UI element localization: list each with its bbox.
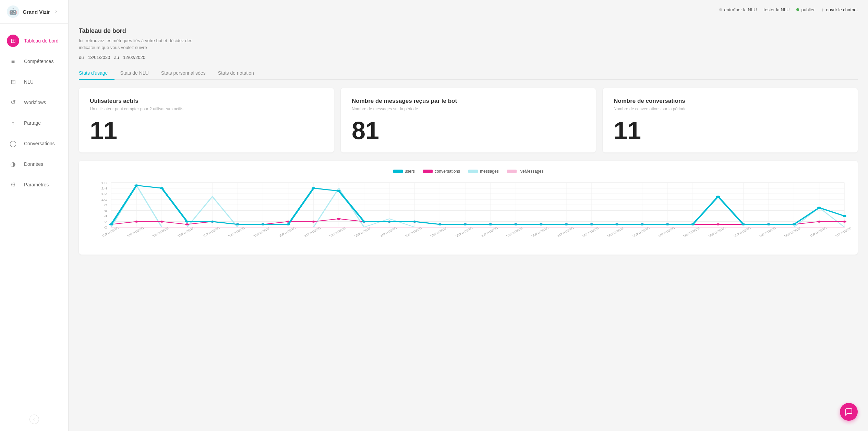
stat-card-messages-desc: Nombre de messages sur la période. bbox=[352, 107, 585, 111]
legend-messages-swatch bbox=[468, 170, 478, 173]
svg-text:14: 14 bbox=[101, 187, 108, 190]
svg-text:08/02/2020: 08/02/2020 bbox=[758, 227, 777, 237]
svg-text:16/01/2020: 16/01/2020 bbox=[177, 227, 196, 237]
chat-fab-icon bbox=[845, 408, 853, 416]
svg-point-88 bbox=[362, 221, 366, 223]
legend-conversations-label: conversations bbox=[435, 169, 460, 174]
svg-point-51 bbox=[185, 223, 189, 225]
svg-point-56 bbox=[312, 221, 315, 223]
tab-notation[interactable]: Stats de notation bbox=[218, 67, 261, 80]
page-header: Tableau de bord Ici, retrouvez les métri… bbox=[79, 10, 858, 60]
svg-text:18/01/2020: 18/01/2020 bbox=[227, 227, 246, 237]
sidebar-item-label-conversations: Conversations bbox=[24, 141, 55, 146]
svg-point-83 bbox=[236, 223, 240, 225]
svg-point-72 bbox=[716, 223, 720, 225]
svg-point-79 bbox=[135, 184, 138, 186]
svg-text:15/01/2020: 15/01/2020 bbox=[151, 227, 170, 237]
legend-conversations: conversations bbox=[423, 169, 460, 174]
chat-fab-button[interactable] bbox=[840, 403, 858, 421]
partage-icon: ↑ bbox=[7, 117, 19, 129]
svg-point-50 bbox=[160, 221, 164, 223]
svg-point-81 bbox=[185, 221, 189, 223]
chart-svg: 0246810121416 13/01/202014/01/202015/01/… bbox=[86, 179, 851, 248]
svg-point-100 bbox=[666, 223, 670, 225]
svg-point-49 bbox=[135, 221, 138, 223]
svg-text:26/01/2020: 26/01/2020 bbox=[429, 227, 448, 237]
sidebar-item-competences[interactable]: ≡ Compétences bbox=[0, 51, 68, 72]
svg-point-106 bbox=[817, 207, 821, 209]
svg-text:8: 8 bbox=[104, 204, 107, 207]
stats-tabs: Stats d'usage Stats de NLU Stats personn… bbox=[79, 67, 858, 80]
stat-card-conversations-title: Nombre de conversations bbox=[614, 98, 847, 104]
svg-text:10/02/2020: 10/02/2020 bbox=[809, 227, 828, 237]
svg-point-97 bbox=[590, 223, 593, 225]
stat-card-messages: Nombre de messages reçus par le bot Nomb… bbox=[341, 88, 596, 152]
sidebar-item-parametres[interactable]: ⚙ Paramètres bbox=[0, 174, 68, 195]
svg-text:14/01/2020: 14/01/2020 bbox=[126, 227, 145, 237]
svg-text:12: 12 bbox=[101, 192, 108, 196]
sidebar-item-partage[interactable]: ↑ Partage bbox=[0, 113, 68, 133]
svg-text:29/01/2020: 29/01/2020 bbox=[505, 227, 525, 237]
svg-text:6: 6 bbox=[104, 209, 107, 212]
svg-point-95 bbox=[539, 223, 543, 225]
svg-point-98 bbox=[615, 223, 619, 225]
svg-text:21/01/2020: 21/01/2020 bbox=[303, 227, 322, 237]
tab-usage[interactable]: Stats d'usage bbox=[79, 67, 114, 80]
tab-nlu[interactable]: Stats de NLU bbox=[120, 67, 155, 80]
svg-point-87 bbox=[337, 190, 341, 192]
sidebar-nav: ⊞ Tableau de bord ≡ Compétences ⊟ NLU ↺ … bbox=[0, 24, 68, 431]
stat-card-conversations-desc: Nombre de conversations sur la période. bbox=[614, 107, 847, 111]
sidebar-item-nlu[interactable]: ⊟ NLU bbox=[0, 72, 68, 92]
svg-text:10: 10 bbox=[101, 198, 108, 201]
svg-point-107 bbox=[843, 215, 846, 217]
stat-card-active-users: Utilisateurs actifs Un utilisateur peut … bbox=[79, 88, 334, 152]
sidebar-item-donnees[interactable]: ◑ Données bbox=[0, 154, 68, 174]
svg-text:30/01/2020: 30/01/2020 bbox=[530, 227, 550, 237]
svg-text:02/02/2020: 02/02/2020 bbox=[606, 227, 626, 237]
svg-point-77 bbox=[843, 221, 846, 223]
svg-point-86 bbox=[312, 187, 315, 189]
page-title: Tableau de bord bbox=[79, 27, 858, 35]
svg-text:13/01/2020: 13/01/2020 bbox=[100, 227, 120, 237]
chart-x-labels: 13/01/202014/01/202015/01/202016/01/2020… bbox=[100, 227, 851, 237]
tab-custom[interactable]: Stats personnalisées bbox=[161, 67, 213, 80]
stat-card-conversations: Nombre de conversations Nombre de conver… bbox=[603, 88, 858, 152]
legend-messages: messages bbox=[468, 169, 499, 174]
sidebar: 🤖 Grand Vizir > ⊞ Tableau de bord ≡ Comp… bbox=[0, 0, 69, 431]
svg-point-104 bbox=[767, 223, 771, 225]
legend-live-messages-swatch bbox=[507, 170, 517, 173]
sidebar-item-tableau[interactable]: ⊞ Tableau de bord bbox=[0, 30, 68, 51]
svg-point-99 bbox=[640, 223, 644, 225]
svg-text:16: 16 bbox=[101, 181, 108, 185]
main-content: entraîner la NLU tester la NLU publier ↑… bbox=[69, 0, 868, 431]
conversations-icon: ◯ bbox=[7, 137, 19, 150]
svg-point-103 bbox=[742, 223, 745, 225]
nlu-icon: ⊟ bbox=[7, 76, 19, 88]
date-from: 13/01/2020 bbox=[88, 55, 110, 60]
svg-text:23/01/2020: 23/01/2020 bbox=[353, 227, 373, 237]
svg-text:11/02/2020: 11/02/2020 bbox=[834, 227, 851, 237]
svg-point-102 bbox=[716, 196, 720, 198]
sidebar-item-label-donnees: Données bbox=[24, 161, 43, 167]
stat-card-active-users-title: Utilisateurs actifs bbox=[90, 98, 323, 104]
chart-lines bbox=[109, 184, 846, 227]
sidebar-item-conversations[interactable]: ◯ Conversations bbox=[0, 133, 68, 154]
chart-grid bbox=[111, 183, 844, 227]
date-range: du 13/01/2020 au 12/02/2020 bbox=[79, 55, 858, 60]
sidebar-collapse-button[interactable]: ‹ bbox=[29, 415, 39, 424]
chart-container: users conversations messages liveMessage… bbox=[79, 161, 858, 255]
svg-text:20/01/2020: 20/01/2020 bbox=[278, 227, 297, 237]
donnees-icon: ◑ bbox=[7, 158, 19, 170]
sidebar-chevron-icon: > bbox=[55, 9, 57, 14]
legend-users-label: users bbox=[405, 169, 415, 174]
svg-point-105 bbox=[792, 223, 796, 225]
svg-text:25/01/2020: 25/01/2020 bbox=[404, 227, 423, 237]
svg-text:03/02/2020: 03/02/2020 bbox=[631, 227, 651, 237]
sidebar-item-label-competences: Compétences bbox=[24, 59, 53, 64]
sidebar-item-workflows[interactable]: ↺ Workflows bbox=[0, 92, 68, 113]
legend-live-messages-label: liveMessages bbox=[519, 169, 544, 174]
svg-point-94 bbox=[514, 223, 518, 225]
svg-text:05/02/2020: 05/02/2020 bbox=[682, 227, 701, 237]
tableau-icon: ⊞ bbox=[7, 35, 19, 47]
svg-point-93 bbox=[489, 223, 492, 225]
